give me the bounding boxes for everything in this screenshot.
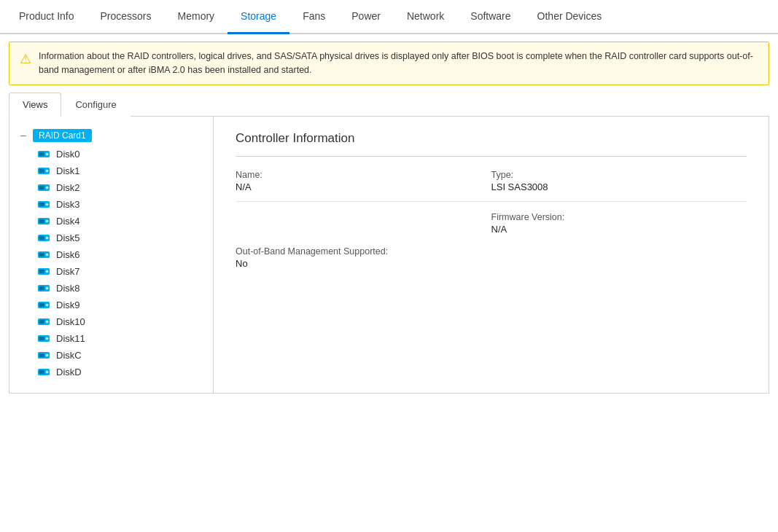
tree-item-disk0[interactable]: Disk0 xyxy=(9,146,213,163)
disk-label: DiskD xyxy=(56,367,82,378)
svg-rect-69 xyxy=(39,372,43,372)
svg-point-67 xyxy=(46,370,49,373)
svg-rect-23 xyxy=(39,220,44,221)
disk-icon xyxy=(37,316,50,326)
disk-icon xyxy=(37,216,50,226)
sub-tabs-container: ViewsConfigure xyxy=(9,93,769,117)
tree-item-disk4[interactable]: Disk4 xyxy=(9,213,213,230)
disk-label: Disk9 xyxy=(56,300,80,310)
field-label: Name: xyxy=(236,170,491,180)
svg-rect-9 xyxy=(39,171,43,171)
tree-item-disk7[interactable]: Disk7 xyxy=(9,263,213,280)
svg-rect-51 xyxy=(39,319,44,323)
top-nav: Product InfoProcessorsMemoryStorageFansP… xyxy=(0,0,778,34)
svg-point-47 xyxy=(46,303,49,306)
svg-rect-64 xyxy=(39,355,43,356)
svg-rect-41 xyxy=(39,286,44,289)
tree-item-disk8[interactable]: Disk8 xyxy=(9,280,213,297)
disk-icon xyxy=(37,149,50,159)
tree-item-diskc[interactable]: DiskC xyxy=(9,347,213,364)
disk-label: Disk11 xyxy=(56,333,85,344)
field-value: N/A xyxy=(491,224,747,235)
disk-label: Disk1 xyxy=(56,165,80,176)
tree-item-disk3[interactable]: Disk3 xyxy=(9,196,213,213)
controller-title: Controller Information xyxy=(236,131,747,146)
tree-item-disk2[interactable]: Disk2 xyxy=(9,179,213,196)
tab-processors[interactable]: Processors xyxy=(87,0,165,34)
disk-label: Disk4 xyxy=(56,216,80,227)
disk-label: Disk6 xyxy=(56,249,80,260)
disk-icon xyxy=(37,249,50,259)
tree-item-disk1[interactable]: Disk1 xyxy=(9,163,213,179)
main-content: ─ RAID Card1 Disk0 Disk1 Disk2 Disk3 xyxy=(9,117,769,394)
warning-banner: ⚠ Information about the RAID controllers… xyxy=(9,42,769,85)
svg-point-22 xyxy=(46,219,49,222)
tree-item-disk6[interactable]: Disk6 xyxy=(9,246,213,263)
tree-panel: ─ RAID Card1 Disk0 Disk1 Disk2 Disk3 xyxy=(9,117,214,393)
disk-icon xyxy=(37,367,50,377)
svg-rect-33 xyxy=(39,254,44,254)
tree-item-diskd[interactable]: DiskD xyxy=(9,364,213,380)
tab-storage[interactable]: Storage xyxy=(227,0,289,34)
svg-point-62 xyxy=(46,353,49,356)
disk-icon xyxy=(37,350,50,360)
divider-top xyxy=(236,156,747,157)
row-divider xyxy=(236,201,747,202)
svg-rect-44 xyxy=(39,288,43,289)
field-value: LSI SAS3008 xyxy=(491,181,747,192)
disk-icon xyxy=(37,333,50,343)
disk-label: Disk0 xyxy=(56,149,80,160)
tab-memory[interactable]: Memory xyxy=(165,0,228,34)
tab-other-devices[interactable]: Other Devices xyxy=(524,0,615,34)
sub-tab-configure[interactable]: Configure xyxy=(61,93,130,117)
tab-network[interactable]: Network xyxy=(394,0,457,34)
svg-rect-46 xyxy=(39,302,44,306)
svg-rect-39 xyxy=(39,271,43,272)
svg-rect-4 xyxy=(39,154,43,154)
svg-rect-36 xyxy=(39,269,44,273)
controller-fields: Name: N/AType: LSI SAS3008Firmware Versi… xyxy=(236,165,747,276)
disk-icon xyxy=(37,300,50,310)
raid-card-root[interactable]: ─ RAID Card1 xyxy=(9,125,213,146)
svg-rect-68 xyxy=(39,371,44,372)
svg-point-42 xyxy=(46,286,49,289)
tree-item-disk11[interactable]: Disk11 xyxy=(9,330,213,347)
tab-software[interactable]: Software xyxy=(457,0,524,34)
tab-power[interactable]: Power xyxy=(338,0,394,34)
svg-rect-38 xyxy=(39,270,44,271)
field-label: Firmware Version: xyxy=(491,212,747,222)
svg-rect-11 xyxy=(39,185,44,189)
disk-icon xyxy=(37,266,50,276)
svg-rect-54 xyxy=(39,321,43,322)
svg-rect-66 xyxy=(39,369,44,373)
svg-rect-28 xyxy=(39,237,44,238)
disk-label: Disk10 xyxy=(56,316,85,327)
svg-point-17 xyxy=(46,203,49,206)
field-label: Type: xyxy=(491,170,747,180)
disk-label: Disk7 xyxy=(56,266,80,277)
svg-rect-43 xyxy=(39,287,44,288)
disk-label: DiskC xyxy=(56,350,82,361)
tree-item-disk10[interactable]: Disk10 xyxy=(9,313,213,330)
svg-point-52 xyxy=(46,320,49,323)
raid-card-badge: RAID Card1 xyxy=(33,129,92,142)
disk-label: Disk5 xyxy=(56,232,80,243)
svg-rect-18 xyxy=(39,203,44,204)
svg-rect-19 xyxy=(39,204,43,205)
tab-product-info[interactable]: Product Info xyxy=(6,0,87,34)
disk-icon xyxy=(37,182,50,192)
disk-label: Disk3 xyxy=(56,199,80,210)
sub-tab-views[interactable]: Views xyxy=(9,93,61,117)
collapse-icon: ─ xyxy=(18,130,28,141)
tree-item-disk9[interactable]: Disk9 xyxy=(9,297,213,313)
disk-icon xyxy=(37,199,50,209)
svg-rect-16 xyxy=(39,202,44,206)
tab-fans[interactable]: Fans xyxy=(289,0,338,34)
disk-icon xyxy=(37,165,50,176)
tree-item-disk5[interactable]: Disk5 xyxy=(9,230,213,246)
field-value: N/A xyxy=(236,181,491,192)
svg-rect-59 xyxy=(39,338,43,339)
disk-label: Disk8 xyxy=(56,283,80,294)
svg-point-37 xyxy=(46,270,49,273)
svg-rect-34 xyxy=(39,254,43,255)
